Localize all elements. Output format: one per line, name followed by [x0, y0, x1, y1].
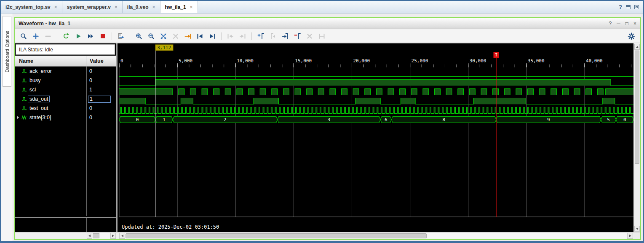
tab-close-icon[interactable]: × [190, 4, 193, 10]
signal-value-cell[interactable]: 0 [86, 115, 116, 120]
bit-signal-icon [21, 106, 27, 111]
add-probe-button[interactable] [30, 31, 41, 41]
ila-status-box[interactable]: ILA Status: Idle [16, 44, 115, 55]
waveform-titlebar[interactable]: Waveform - hw_ila_1 ? ─ □ × [15, 18, 640, 29]
window-controls: ? ─ □ × [609, 21, 636, 27]
waveform-canvas[interactable]: 0123689503,112T05,00010,00015,00020,0002… [119, 43, 633, 232]
dashboard-options-tab[interactable]: Dashboard Options [3, 16, 11, 87]
window-close-icon[interactable]: × [633, 21, 636, 27]
names-scroll-track[interactable] [92, 233, 110, 239]
zoom-out-button[interactable] [146, 31, 157, 41]
tab-close-icon[interactable]: × [152, 4, 155, 10]
value-header-label: Value [90, 58, 104, 64]
zoom-in-button[interactable] [134, 31, 144, 41]
editor-tab-hw_ila_1[interactable]: hw_ila_1× [160, 1, 198, 13]
window-minimize-icon[interactable]: ─ [617, 21, 620, 27]
signal-row-busy[interactable]: busy0 [15, 76, 116, 85]
value-edit-box[interactable]: 1 [88, 96, 111, 103]
names-scroll-thumb[interactable] [93, 233, 99, 238]
signal-value-cell[interactable]: 0 [86, 105, 116, 111]
svg-text:9: 9 [547, 117, 550, 123]
signal-row-ack_error[interactable]: ack_error0 [15, 67, 116, 76]
names-scroll-right-button[interactable] [110, 233, 116, 239]
run-trigger-immediate-button[interactable] [61, 31, 72, 41]
waveform-svg[interactable]: 0123689503,112T05,00010,00015,00020,0002… [119, 43, 633, 232]
wave-horizontal-scrollbar[interactable] [119, 233, 633, 239]
wave-scroll-left-button[interactable] [119, 233, 125, 239]
window-float-icon[interactable]: □ [625, 21, 628, 27]
swap-markers-button [316, 31, 327, 41]
editor-tab-ila_0.veo[interactable]: ila_0.veo× [123, 1, 160, 13]
signal-name[interactable]: busy [29, 77, 40, 83]
float-window-icon[interactable] [626, 5, 631, 9]
signal-value: 0 [89, 68, 92, 74]
scrollbar-corner [633, 233, 640, 239]
name-column-header[interactable]: Name [15, 56, 86, 66]
signal-value-cell[interactable]: 1 [86, 87, 116, 93]
up-arrow-icon [636, 46, 639, 48]
names-horizontal-scrollbar[interactable] [87, 233, 116, 239]
signal-name[interactable]: test_out [29, 105, 48, 111]
cursor-marker[interactable]: 3,112 [155, 45, 173, 217]
waveform-settings-button[interactable] [626, 31, 637, 41]
wave-scroll-thumb[interactable] [126, 233, 427, 238]
go-to-end-button[interactable] [207, 31, 218, 41]
toolbar-buttons [18, 31, 327, 41]
go-to-trigger-button[interactable] [182, 31, 193, 41]
run-immediate-trigger-button[interactable] [85, 31, 96, 41]
wave-gridlines [119, 63, 633, 217]
signal-name[interactable]: ack_error [29, 68, 52, 74]
run-trigger-button[interactable] [73, 31, 84, 41]
svg-text:8: 8 [442, 117, 445, 123]
down-arrow-icon [636, 228, 639, 230]
help-icon[interactable]: ? [619, 4, 622, 10]
stop-trigger-button[interactable] [97, 31, 108, 41]
svg-text:6: 6 [385, 117, 387, 123]
wave-test_out [119, 107, 633, 114]
tab-label: ila_0.veo [127, 4, 149, 10]
names-scroll-left-button[interactable] [87, 233, 92, 239]
signal-name[interactable]: sda_out [28, 96, 50, 102]
maximize-window-icon[interactable] [634, 5, 639, 9]
add-marker-button[interactable] [255, 31, 266, 41]
signal-value-cell[interactable]: 1 [86, 96, 116, 103]
tab-close-icon[interactable]: × [54, 4, 57, 10]
signal-name-cell: test_out [15, 105, 86, 111]
signal-row-test_out[interactable]: test_out0 [15, 104, 116, 113]
svg-text:5: 5 [607, 117, 610, 123]
toolbar-separator [221, 32, 222, 40]
wave-scroll-track[interactable] [125, 233, 627, 239]
signal-row-scl[interactable]: scl1 [15, 85, 116, 94]
toolbar-separator [130, 32, 130, 40]
value-column-header[interactable]: Value [86, 56, 116, 66]
window-help-icon[interactable]: ? [609, 21, 612, 27]
main-area: Dashboard Options Waveform - hw_ila_1 ? … [1, 13, 643, 241]
scroll-down-button[interactable] [634, 226, 640, 232]
go-to-start-button[interactable] [195, 31, 206, 41]
editor-tab-i2c_system_top.sv[interactable]: i2c_system_top.sv× [1, 1, 62, 13]
next-marker-button[interactable] [280, 31, 291, 41]
signal-name-cell: busy [15, 77, 86, 83]
scroll-up-button[interactable] [634, 44, 640, 50]
svg-text:15,000: 15,000 [295, 58, 312, 64]
vertical-scroll-thumb[interactable] [635, 51, 639, 164]
right-arrow-icon [629, 235, 631, 237]
signal-row-state[3:0][interactable]: state[3:0]0 [15, 113, 116, 122]
expander-icon[interactable] [17, 116, 21, 119]
wave-scroll-right-button[interactable] [627, 233, 633, 239]
tab-close-icon[interactable]: × [115, 4, 118, 10]
remove-marker-button[interactable] [292, 31, 303, 41]
export-ila-data-button[interactable] [115, 31, 126, 41]
zoom-fit-button[interactable] [158, 31, 169, 41]
signal-name[interactable]: state[3:0] [29, 115, 51, 120]
editor-tab-system_wrapper.v[interactable]: system_wrapper.v× [62, 1, 123, 13]
svg-text:3,112: 3,112 [157, 45, 171, 51]
signal-value-cell[interactable]: 0 [86, 77, 116, 83]
signal-name[interactable]: scl [29, 87, 36, 93]
signal-row-sda_out[interactable]: sda_out1 [15, 94, 116, 104]
signal-value-cell[interactable]: 0 [86, 68, 116, 74]
svg-text:35,000: 35,000 [528, 58, 545, 64]
vertical-scrollbar[interactable] [633, 43, 640, 232]
bit-signal-icon [21, 78, 27, 83]
zoom-select-button[interactable] [18, 31, 29, 41]
